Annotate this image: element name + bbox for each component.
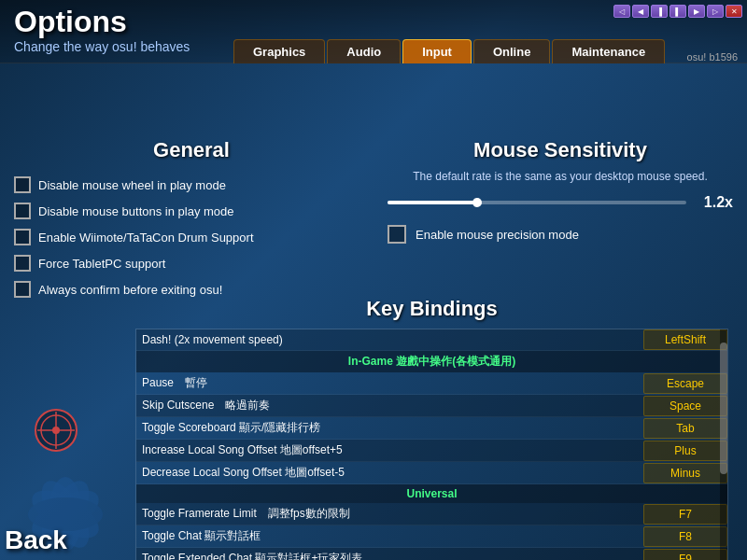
checkbox-force-tablet[interactable]: Force TabletPC support	[14, 255, 369, 272]
binding-skip-key[interactable]: Space	[643, 396, 727, 416]
checkbox-enable-wiimote-label: Enable Wiimote/TaTaCon Drum Support	[38, 231, 254, 245]
tab-maintenance[interactable]: Maintenance	[552, 39, 665, 63]
binding-skip[interactable]: Skip Cutscene 略過前奏 Space	[136, 395, 727, 417]
checkbox-always-confirm-label: Always confirm before exiting osu!	[38, 283, 222, 297]
checkbox-enable-wiimote-box[interactable]	[14, 229, 31, 245]
checkbox-force-tablet-label: Force TabletPC support	[38, 257, 165, 271]
checkbox-always-confirm[interactable]: Always confirm before exiting osu!	[14, 281, 369, 298]
keybindings-scroll-area[interactable]: Dash! (2x movement speed) LeftShift In-G…	[135, 329, 728, 560]
sensitivity-value: 1.2x	[696, 194, 733, 211]
precision-checkbox[interactable]	[388, 225, 406, 244]
keybindings-panel: Key Bindings Dash! (2x movement speed) L…	[135, 297, 728, 551]
binding-framerate[interactable]: Toggle Framerate Limit 調整fps數的限制 F7	[136, 503, 727, 525]
binding-dash[interactable]: Dash! (2x movement speed) LeftShift	[136, 329, 727, 351]
window-controls: ◁ ◀ ▐ ▌ ▶ ▷ ✕	[613, 5, 742, 18]
binding-offset-plus-name: Increase Local Song Offset 地圖offset+5	[136, 440, 643, 461]
sensitivity-slider-fill	[388, 201, 477, 204]
tab-graphics[interactable]: Graphics	[233, 39, 325, 63]
checkbox-disable-buttons-label: Disable mouse buttons in play mode	[38, 204, 234, 218]
btn-2[interactable]: ◀	[632, 5, 649, 18]
btn-3[interactable]: ▐	[651, 5, 668, 18]
checkbox-disable-buttons-box[interactable]	[14, 203, 31, 219]
tab-input[interactable]: Input	[402, 39, 472, 63]
btn-1[interactable]: ◁	[613, 5, 630, 18]
section-header-ingame: In-Game 遊戲中操作(各模式通用)	[136, 351, 727, 372]
binding-scoreboard[interactable]: Toggle Scoreboard 顯示/隱藏排行榜 Tab	[136, 417, 727, 440]
precision-label: Enable mouse precision mode	[416, 228, 579, 242]
binding-scoreboard-key[interactable]: Tab	[643, 418, 727, 439]
binding-scoreboard-name: Toggle Scoreboard 顯示/隱藏排行榜	[136, 417, 643, 439]
binding-offset-minus-name: Decrease Local Song Offset 地圖offset-5	[136, 462, 643, 483]
btn-5[interactable]: ▶	[688, 5, 705, 18]
checkbox-disable-wheel-label: Disable mouse wheel in play mode	[38, 178, 226, 192]
binding-chat-name: Toggle Chat 顯示對話框	[136, 525, 643, 547]
binding-dash-key[interactable]: LeftShift	[643, 329, 727, 350]
binding-extended-chat[interactable]: Toggle Extended Chat 顯示對話框+玩家列表 F9	[136, 548, 727, 560]
btn-4[interactable]: ▌	[669, 5, 686, 18]
binding-pause-name: Pause 暫停	[136, 372, 643, 394]
page-subtitle: Change the way osu! behaves	[14, 39, 190, 54]
mouse-sensitivity-panel: Mouse Sensitivity The default rate is th…	[388, 138, 733, 244]
back-button-area[interactable]: Back	[5, 525, 67, 555]
sensitivity-slider-thumb[interactable]	[472, 198, 482, 207]
binding-offset-plus[interactable]: Increase Local Song Offset 地圖offset+5 Pl…	[136, 440, 727, 462]
keybindings-title: Key Bindings	[135, 297, 728, 321]
binding-extended-chat-name: Toggle Extended Chat 顯示對話框+玩家列表	[136, 548, 643, 560]
binding-offset-plus-key[interactable]: Plus	[643, 441, 727, 461]
binding-offset-minus-key[interactable]: Minus	[643, 463, 727, 483]
sensitivity-slider-row: 1.2x	[388, 194, 733, 211]
checkbox-enable-wiimote[interactable]: Enable Wiimote/TaTaCon Drum Support	[14, 229, 369, 245]
tab-audio[interactable]: Audio	[327, 39, 401, 63]
checkbox-disable-buttons[interactable]: Disable mouse buttons in play mode	[14, 203, 369, 219]
general-title: General	[14, 138, 369, 162]
btn-6[interactable]: ▷	[707, 5, 724, 18]
checkbox-disable-wheel[interactable]: Disable mouse wheel in play mode	[14, 176, 369, 193]
mouse-sensitivity-title: Mouse Sensitivity	[388, 138, 733, 162]
scrollbar[interactable]	[720, 329, 727, 560]
binding-skip-name: Skip Cutscene 略過前奏	[136, 395, 643, 416]
checkbox-disable-wheel-box[interactable]	[14, 176, 31, 193]
checkbox-force-tablet-box[interactable]	[14, 255, 31, 272]
binding-chat-key[interactable]: F8	[643, 526, 727, 547]
section-header-universal: Universal	[136, 484, 727, 503]
page-title: Options	[14, 5, 127, 39]
tab-online[interactable]: Online	[473, 39, 550, 63]
btn-close[interactable]: ✕	[726, 5, 742, 18]
header: Options Change the way osu! behaves ◁ ◀ …	[0, 0, 747, 63]
binding-extended-chat-key[interactable]: F9	[643, 549, 727, 561]
binding-pause[interactable]: Pause 暫停 Escape	[136, 372, 727, 395]
precision-row[interactable]: Enable mouse precision mode	[388, 225, 733, 244]
scrollbar-thumb[interactable]	[720, 343, 727, 474]
sensitivity-slider-track[interactable]	[388, 201, 686, 204]
binding-dash-name: Dash! (2x movement speed)	[136, 330, 643, 349]
nav-tabs: Graphics Audio Input Online Maintenance	[233, 39, 665, 63]
binding-framerate-name: Toggle Framerate Limit 調整fps數的限制	[136, 503, 643, 525]
mouse-sensitivity-desc: The default rate is the same as your des…	[388, 170, 733, 183]
back-button[interactable]: Back	[5, 525, 67, 554]
binding-chat[interactable]: Toggle Chat 顯示對話框 F8	[136, 525, 727, 548]
binding-framerate-key[interactable]: F7	[643, 504, 727, 525]
version-label: osu! b1596	[687, 51, 738, 63]
general-panel: General Disable mouse wheel in play mode…	[14, 138, 369, 307]
checkbox-always-confirm-box[interactable]	[14, 281, 31, 298]
binding-pause-key[interactable]: Escape	[643, 373, 727, 394]
binding-offset-minus[interactable]: Decrease Local Song Offset 地圖offset-5 Mi…	[136, 462, 727, 484]
